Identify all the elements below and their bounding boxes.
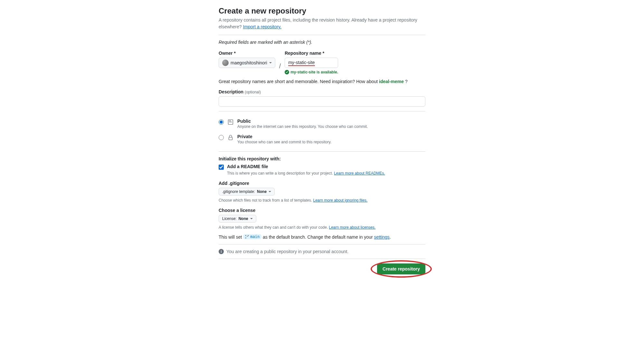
visibility-public-row[interactable]: Public Anyone on the internet can see th… xyxy=(219,116,425,131)
repo-name-label: Repository name * xyxy=(285,51,338,56)
visibility-private-row[interactable]: Private You choose who can see and commi… xyxy=(219,131,425,147)
suggested-name[interactable]: ideal-meme xyxy=(379,79,404,84)
license-learn-link[interactable]: Learn more about licenses. xyxy=(329,225,376,230)
owner-field: Owner * maegoshitoshinori xyxy=(219,51,275,68)
path-separator: / xyxy=(279,55,281,70)
svg-rect-2 xyxy=(229,122,232,122)
divider xyxy=(219,259,425,259)
license-hint: A license tells others what they can and… xyxy=(219,225,425,230)
required-fields-note: Required fields are marked with an aster… xyxy=(219,40,425,45)
add-readme-checkbox[interactable] xyxy=(219,165,224,170)
private-desc: You choose who can see and commit to thi… xyxy=(237,140,331,144)
readme-learn-link[interactable]: Learn more about READMEs. xyxy=(334,171,385,176)
repo-name-field: Repository name * my-static-site my-stat… xyxy=(285,51,338,74)
license-select[interactable]: License: None xyxy=(219,215,256,223)
avatar-icon xyxy=(222,60,229,66)
import-repository-link[interactable]: Import a repository. xyxy=(243,24,282,29)
owner-label: Owner * xyxy=(219,51,275,56)
repo-icon xyxy=(227,119,234,127)
branch-chip: main xyxy=(243,234,261,239)
gitignore-hint: Choose which files not to track from a l… xyxy=(219,198,425,203)
divider xyxy=(219,35,425,35)
gitignore-select[interactable]: .gitignore template: None xyxy=(219,188,275,195)
divider xyxy=(219,111,425,111)
settings-link[interactable]: settings xyxy=(374,234,390,240)
lock-icon xyxy=(227,134,234,142)
availability-status: my-static-site is available. xyxy=(285,70,338,74)
description-input[interactable] xyxy=(219,96,425,107)
naming-hint: Great repository names are short and mem… xyxy=(219,79,425,84)
description-label: Description (optional) xyxy=(219,89,425,94)
default-branch-line: This will set main as the default branch… xyxy=(219,234,425,240)
private-radio[interactable] xyxy=(219,135,224,140)
add-readme-row[interactable]: Add a README file xyxy=(219,164,425,170)
create-repository-button[interactable]: Create repository xyxy=(377,263,425,274)
svg-rect-1 xyxy=(229,120,231,121)
add-readme-label: Add a README file xyxy=(227,164,268,169)
divider xyxy=(219,244,425,244)
caret-down-icon xyxy=(250,218,253,219)
divider xyxy=(219,151,425,152)
page-subtitle: A repository contains all project files,… xyxy=(219,17,425,30)
svg-rect-3 xyxy=(229,137,232,140)
info-line: You are creating a public repository in … xyxy=(219,249,425,254)
public-desc: Anyone on the internet can see this repo… xyxy=(237,124,368,129)
gitignore-learn-link[interactable]: Learn more about ignoring files. xyxy=(313,198,367,203)
public-title: Public xyxy=(237,119,368,124)
initialize-title: Initialize this repository with: xyxy=(219,156,425,161)
private-title: Private xyxy=(237,134,331,139)
owner-value: maegoshitoshinori xyxy=(231,60,267,65)
owner-select[interactable]: maegoshitoshinori xyxy=(219,58,275,68)
info-icon xyxy=(219,249,224,254)
gitignore-label: Add .gitignore xyxy=(219,181,425,186)
description-field: Description (optional) xyxy=(219,89,425,107)
add-readme-desc: This is where you can write a long descr… xyxy=(227,171,425,176)
public-radio[interactable] xyxy=(219,119,224,125)
page-title: Create a new repository xyxy=(219,6,425,15)
repo-name-input[interactable]: my-static-site xyxy=(285,58,338,68)
repo-name-value: my-static-site xyxy=(288,60,315,66)
license-label: Choose a license xyxy=(219,208,425,213)
check-circle-icon xyxy=(285,70,289,74)
git-branch-icon xyxy=(245,235,249,239)
caret-down-icon xyxy=(269,62,272,63)
caret-down-icon xyxy=(269,191,271,192)
